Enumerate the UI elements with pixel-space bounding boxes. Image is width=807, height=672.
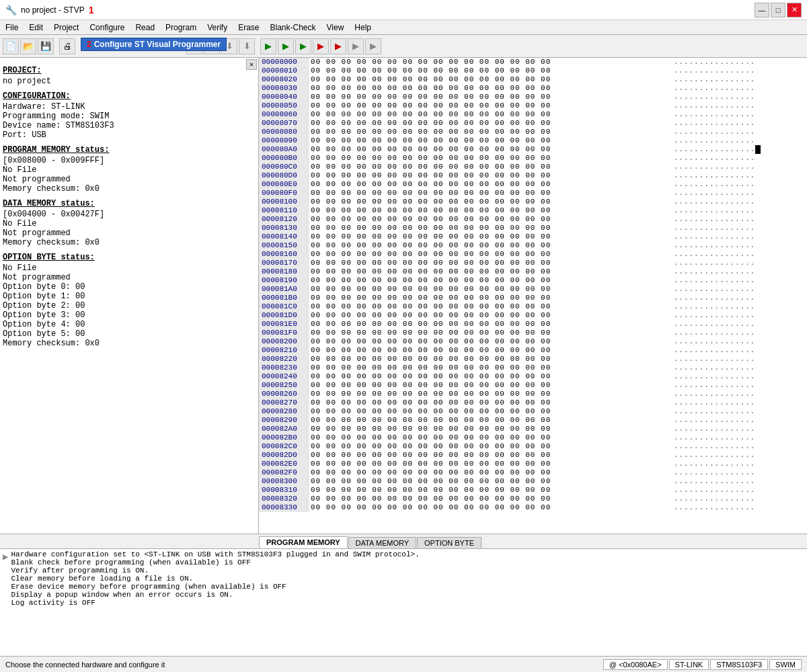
configure-tooltip-button[interactable]: 2Configure ST Visual Programmer: [81, 38, 227, 51]
memory-address: 00008130: [259, 224, 309, 233]
memory-address: 00008060: [259, 110, 309, 119]
memory-address: 00008310: [259, 486, 309, 495]
memory-hex: 00 00 00 00 00 00 00 00 00 00 00 00 00 0…: [309, 189, 668, 198]
memory-ascii: ................: [668, 101, 807, 110]
print-button[interactable]: 🖨: [59, 38, 75, 54]
program-red2-button[interactable]: ▶: [330, 38, 346, 54]
memory-row: 000081B000 00 00 00 00 00 00 00 00 00 00…: [259, 294, 807, 302]
read-all-button[interactable]: ⬇: [239, 38, 255, 54]
memory-hex: 00 00 00 00 00 00 00 00 00 00 00 00 00 0…: [309, 241, 668, 250]
memory-ascii: ................: [668, 329, 807, 337]
minimize-button[interactable]: —: [755, 3, 769, 17]
memory-address: 00008100: [259, 198, 309, 206]
memory-address: 00008290: [259, 416, 309, 425]
menu-item-project[interactable]: Project: [48, 22, 84, 34]
memory-address: 00008090: [259, 136, 309, 145]
memory-ascii: ................: [668, 84, 807, 93]
memory-address: 000081A0: [259, 285, 309, 294]
memory-hex: 00 00 00 00 00 00 00 00 00 00 00 00 00 0…: [309, 311, 668, 320]
option-byte-checksum: Memory checksum: 0x0: [3, 339, 242, 348]
memory-hex: 00 00 00 00 00 00 00 00 00 00 00 00 00 0…: [309, 337, 668, 346]
status-left-text: Choose the connected hardware and config…: [5, 661, 603, 669]
program-option2-button[interactable]: ▶: [295, 38, 311, 54]
badge-1: 1: [89, 5, 94, 15]
verify-button[interactable]: ▶: [348, 38, 364, 54]
option-byte-item: Option byte 5: 00: [3, 329, 242, 339]
option-byte-item: Option byte 0: 00: [3, 282, 242, 292]
memory-hex: 00 00 00 00 00 00 00 00 00 00 00 00 00 0…: [309, 460, 668, 468]
memory-ascii: ................: [668, 477, 807, 486]
panel-close-button[interactable]: ✕: [246, 59, 257, 70]
memory-row: 000080C000 00 00 00 00 00 00 00 00 00 00…: [259, 163, 807, 171]
memory-ascii: ................: [668, 337, 807, 346]
memory-address: 00008110: [259, 206, 309, 215]
log-icon: ▶: [3, 550, 8, 655]
memory-hex: 00 00 00 00 00 00 00 00 00 00 00 00 00 0…: [309, 503, 668, 512]
open-button[interactable]: 📂: [20, 38, 36, 54]
memory-row: 0000817000 00 00 00 00 00 00 00 00 00 00…: [259, 259, 807, 267]
program-all-button[interactable]: ▶: [260, 38, 276, 54]
tab-data-memory[interactable]: DATA MEMORY: [348, 537, 416, 548]
memory-hex: 00 00 00 00 00 00 00 00 00 00 00 00 00 0…: [309, 495, 668, 503]
memory-row: 0000816000 00 00 00 00 00 00 00 00 00 00…: [259, 250, 807, 259]
memory-address: 000082B0: [259, 433, 309, 442]
menu-item-verify[interactable]: Verify: [202, 22, 233, 34]
menu-item-edit[interactable]: Edit: [24, 22, 48, 34]
menu-item-help[interactable]: Help: [349, 22, 377, 34]
status-protocol: SWIM: [769, 659, 802, 670]
new-button[interactable]: 📄: [3, 38, 19, 54]
memory-address: 00008000: [259, 58, 309, 67]
menu-item-blank-check[interactable]: Blank-Check: [265, 22, 321, 34]
memory-address: 00008270: [259, 398, 309, 407]
memory-row: 000082A000 00 00 00 00 00 00 00 00 00 00…: [259, 425, 807, 433]
project-value: no project: [3, 77, 242, 86]
memory-address: 000082F0: [259, 468, 309, 477]
menu-bar: FileEditProjectConfigureReadProgramVerif…: [0, 20, 807, 35]
memory-row: 0000819000 00 00 00 00 00 00 00 00 00 00…: [259, 276, 807, 285]
menu-item-read[interactable]: Read: [130, 22, 160, 34]
memory-address: 000080B0: [259, 154, 309, 163]
program-option1-button[interactable]: ▶: [278, 38, 294, 54]
memory-hex: 00 00 00 00 00 00 00 00 00 00 00 00 00 0…: [309, 416, 668, 425]
maximize-button[interactable]: □: [771, 3, 785, 17]
memory-ascii: ................: [668, 302, 807, 311]
close-button[interactable]: ✕: [787, 3, 802, 17]
menu-item-view[interactable]: View: [321, 22, 350, 34]
memory-row: 0000800000 00 00 00 00 00 00 00 00 00 00…: [259, 58, 807, 67]
memory-address: 00008280: [259, 407, 309, 416]
memory-hex: 00 00 00 00 00 00 00 00 00 00 00 00 00 0…: [309, 364, 668, 372]
memory-address: 00008190: [259, 276, 309, 285]
memory-ascii: ................: [668, 93, 807, 101]
memory-row: 0000805000 00 00 00 00 00 00 00 00 00 00…: [259, 101, 807, 110]
memory-hex: 00 00 00 00 00 00 00 00 00 00 00 00 00 0…: [309, 355, 668, 364]
save-button[interactable]: 💾: [38, 38, 54, 54]
memory-address: 00008220: [259, 355, 309, 364]
memory-ascii: ................: [668, 250, 807, 259]
memory-address: 00008210: [259, 346, 309, 355]
programming-mode-value: Programming mode: SWIM: [3, 112, 242, 121]
data-memory-label: DATA MEMORY status:: [3, 199, 242, 208]
menu-item-file[interactable]: File: [0, 22, 24, 34]
memory-hex: 00 00 00 00 00 00 00 00 00 00 00 00 00 0…: [309, 259, 668, 267]
memory-hex: 00 00 00 00 00 00 00 00 00 00 00 00 00 0…: [309, 250, 668, 259]
memory-row: 0000828000 00 00 00 00 00 00 00 00 00 00…: [259, 407, 807, 416]
menu-item-configure[interactable]: Configure: [84, 22, 130, 34]
last-button[interactable]: ▶: [365, 38, 381, 54]
memory-hex: 00 00 00 00 00 00 00 00 00 00 00 00 00 0…: [309, 302, 668, 311]
program-red-button[interactable]: ▶: [313, 38, 329, 54]
tab-option-byte[interactable]: OPTION BYTE: [417, 537, 482, 548]
memory-row: 0000824000 00 00 00 00 00 00 00 00 00 00…: [259, 372, 807, 381]
memory-table: 0000800000 00 00 00 00 00 00 00 00 00 00…: [259, 58, 807, 512]
memory-row: 0000830000 00 00 00 00 00 00 00 00 00 00…: [259, 477, 807, 486]
tab-program-memory[interactable]: PROGRAM MEMORY: [259, 536, 348, 548]
menu-item-program[interactable]: Program: [160, 22, 202, 34]
memory-address: 00008040: [259, 93, 309, 101]
memory-address: 00008330: [259, 503, 309, 512]
menu-item-erase[interactable]: Erase: [233, 22, 264, 34]
memory-address: 00008170: [259, 259, 309, 267]
log-panel: ▶ Hardware configuration set to <ST-LINK…: [0, 548, 807, 656]
memory-ascii: ................: [668, 460, 807, 468]
memory-ascii: ................: [668, 110, 807, 119]
memory-ascii: ................: [668, 163, 807, 171]
memory-row: 0000826000 00 00 00 00 00 00 00 00 00 00…: [259, 390, 807, 398]
